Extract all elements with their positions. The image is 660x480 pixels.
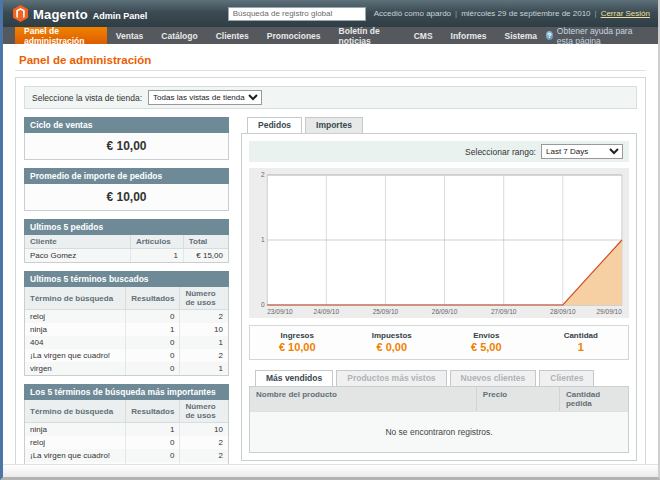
svg-text:24/09/10: 24/09/10 [314,309,340,316]
table-row[interactable]: Paco Gomez 1 € 15,00 [25,249,228,263]
widget-title: Ciclo de ventas [24,117,229,133]
dashboard-container: Seleccione la vista de tienda: Todas las… [15,77,646,464]
title-divider [15,70,646,71]
separator: | [595,9,597,18]
col-header: Número de usos [180,287,228,310]
range-label: Seleccionar rango: [465,147,536,157]
last-search-terms-table: Término de búsqueda Resultados Número de… [25,287,228,375]
total-tax: Impuestos € 0,00 [345,331,440,353]
chart-panel: Seleccionar rango: Last 7 Days 23/09/102… [241,133,637,461]
brand-name: Magento [33,8,88,22]
top-search-terms-table: Término de búsqueda Resultados Número de… [25,400,228,464]
svg-text:26/09/10: 26/09/10 [432,309,458,316]
table-row[interactable]: ninja 1 10 [25,423,228,437]
nav-item-cms[interactable]: CMS [405,27,442,44]
brand-suffix: Admin Panel [93,11,148,21]
lifetime-sales-value: € 10,00 [24,133,229,160]
top-header: Magento Admin Panel Accedió como apardo … [3,0,658,27]
widget-title: Promedio de importe de pedidos [24,168,229,184]
widget-average-orders: Promedio de importe de pedidos € 10,00 [24,168,229,211]
help-icon: ? [546,31,553,40]
tab-most-viewed[interactable]: Productos más vistos [336,370,446,386]
page-content: Panel de administración Seleccione la vi… [3,44,658,464]
tab-new-customers[interactable]: Nuevos clientes [450,370,537,386]
products-grid-header: Nombre del producto Precio Cantidad pedi… [250,387,628,411]
dashboard-columns: Ciclo de ventas € 10,00 Promedio de impo… [24,117,637,464]
products-grid: Nombre del producto Precio Cantidad pedi… [249,386,629,453]
table-row[interactable]: ninja 1 10 [25,323,228,336]
tab-amounts[interactable]: Importes [305,117,363,133]
svg-text:28/09/10: 28/09/10 [550,309,576,316]
tab-orders[interactable]: Pedidos [247,117,302,133]
main-nav: Panel de administración Ventas Catálogo … [3,27,658,44]
total-revenue: Ingresos € 10,00 [250,331,345,353]
total-shipping: Envíos € 5,00 [439,331,534,353]
col-header: Número de usos [180,400,228,423]
table-row[interactable]: reloj 0 2 [25,436,228,449]
widget-last-orders: Ultimos 5 pedidos Cliente Artículos Tota… [24,219,229,263]
nav-item-newsletter[interactable]: Boletín de noticias [330,27,405,44]
logout-link[interactable]: Cerrar Sesión [601,9,650,18]
separator: | [455,9,457,18]
product-tabs: Más vendidos Productos más vistos Nuevos… [249,370,629,386]
nav-item-dashboard[interactable]: Panel de administración [15,27,107,44]
table-row[interactable]: ¡La virgen que cuadro! 0 2 [25,449,228,462]
table-row[interactable]: virgen 0 1 [25,362,228,375]
widget-top-search-terms: Los 5 términos de búsqueda más important… [24,384,229,464]
total-quantity: Cantidad 1 [534,331,629,353]
totals-bar: Ingresos € 10,00 Impuestos € 0,00 Envíos… [249,325,629,360]
tab-bestsellers[interactable]: Más vendidos [255,370,333,386]
col-header: Término de búsqueda [25,287,126,310]
tab-customers[interactable]: Clientes [539,370,594,386]
svg-text:2: 2 [261,172,265,179]
col-header: Cliente [25,235,131,249]
global-search-input[interactable] [228,7,366,21]
nav-item-sales[interactable]: Ventas [107,27,152,44]
range-select[interactable]: Last 7 Days [541,144,623,159]
nav-item-reports[interactable]: Informes [442,27,496,44]
logged-in-as: Accedió como apardo [374,9,451,18]
table-row[interactable]: ¡La virgen que cuadro! 0 2 [25,349,228,362]
col-header-qty: Cantidad pedida [560,387,628,411]
page-title: Panel de administración [19,54,646,66]
svg-text:0: 0 [261,302,265,309]
empty-records-message: No se encontraron registros. [250,411,628,452]
admin-window: Magento Admin Panel Accedió como apardo … [0,0,660,480]
help-label: Obtener ayuda para esta página [557,26,648,46]
chart-tabs: Pedidos Importes [241,117,637,133]
widget-title: Ultimos 5 pedidos [24,219,229,235]
range-bar: Seleccionar rango: Last 7 Days [249,141,629,162]
svg-text:27/09/10: 27/09/10 [491,309,517,316]
right-column: Pedidos Importes Seleccionar rango: Last… [241,117,637,461]
current-date: miércoles 29 de septiembre de 2010 [461,9,590,18]
last-orders-table: Cliente Artículos Total Paco Gomez 1 [25,235,228,262]
orders-chart: 23/09/1024/09/1025/09/1026/09/1027/09/10… [249,168,629,318]
svg-text:1: 1 [261,237,265,244]
widget-title: Ultimos 5 términos buscados [24,271,229,287]
store-view-select[interactable]: Todas las vistas de tienda [148,90,262,105]
widget-last-search-terms: Ultimos 5 términos buscados Término de b… [24,271,229,376]
col-header: Resultados [126,287,180,310]
table-row[interactable]: reloj 0 2 [25,310,228,324]
help-link[interactable]: ? Obtener ayuda para esta página [546,27,658,44]
nav-item-system[interactable]: Sistema [495,27,546,44]
col-header-product: Nombre del producto [250,387,477,411]
magento-logo-icon [13,5,28,22]
nav-item-promotions[interactable]: Promociones [258,27,330,44]
window-footer [3,464,658,477]
table-row[interactable]: 404 0 1 [25,336,228,349]
left-column: Ciclo de ventas € 10,00 Promedio de impo… [24,117,229,464]
svg-text:25/09/10: 25/09/10 [373,309,399,316]
col-header-price: Precio [477,387,560,411]
store-view-label: Seleccione la vista de tienda: [32,93,142,103]
col-header: Término de búsqueda [25,400,126,423]
svg-text:23/09/10: 23/09/10 [267,309,293,316]
chart-area: 23/09/1024/09/1025/09/1026/09/1027/09/10… [249,168,629,318]
nav-item-catalog[interactable]: Catálogo [152,27,206,44]
store-view-bar: Seleccione la vista de tienda: Todas las… [24,86,637,109]
widget-lifetime-sales: Ciclo de ventas € 10,00 [24,117,229,160]
average-orders-value: € 10,00 [24,184,229,211]
session-info: Accedió como apardo | miércoles 29 de se… [374,9,650,18]
nav-item-customers[interactable]: Clientes [207,27,258,44]
col-header: Resultados [126,400,180,423]
